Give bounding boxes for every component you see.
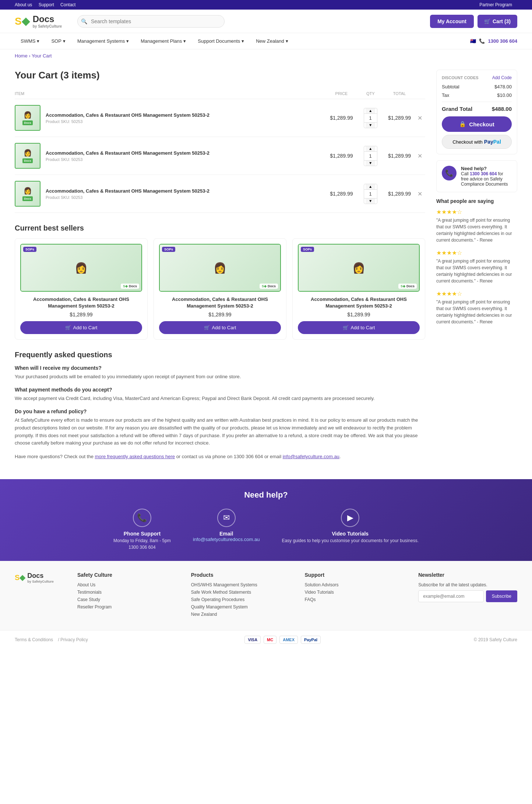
product-image: 👩 Docs: [15, 143, 40, 169]
newsletter-input: Subscribe: [418, 590, 517, 602]
email-title: Email: [193, 531, 260, 537]
qty-down-button[interactable]: ▼: [366, 161, 375, 166]
support-link[interactable]: Support: [39, 2, 54, 7]
email-link[interactable]: info@safetyculture.com.au: [283, 454, 339, 459]
remove-button[interactable]: ✕: [418, 190, 422, 197]
card-product-name: Accommodation, Cafes & Restaurant OHS Ma…: [20, 296, 142, 309]
docs-badge: S◆ Docs: [398, 284, 417, 289]
footer-link[interactable]: Solution Advisors: [305, 582, 404, 587]
qty-down-button[interactable]: ▼: [366, 123, 375, 128]
review-item: ★★★★☆ "A great jumping off point for ens…: [436, 208, 517, 243]
add-to-cart-label: Add to Cart: [351, 325, 375, 330]
top-bar-left: About us Support Contact: [15, 2, 81, 7]
cart-icon: 🛒: [484, 18, 490, 24]
qty-down-button[interactable]: ▼: [366, 199, 375, 204]
help-banner: Need help? 📞 Phone Support Monday to Fri…: [0, 479, 532, 561]
product-image: 👩 Docs: [15, 181, 40, 207]
cart-label: Cart (3): [493, 18, 511, 24]
breadcrumb-home[interactable]: Home: [15, 53, 28, 59]
about-us-link[interactable]: About us: [15, 2, 32, 7]
email-value[interactable]: info@safetyculturedocs.com.au: [193, 537, 260, 542]
video-sub: Easy guides to help you customise your d…: [282, 538, 419, 543]
faq-more: Have more questions? Check out the more …: [15, 453, 425, 461]
flag-icon: 🇦🇺: [470, 38, 476, 44]
subtotal-label: Subtotal: [442, 84, 459, 89]
breadcrumb-current: Your Cart: [32, 53, 52, 59]
footer-link[interactable]: Testimonials: [77, 590, 176, 595]
price-cell: $1,289.99: [323, 137, 360, 175]
nav-swms[interactable]: SWMS ▾: [15, 33, 45, 49]
footer-col-title: Support: [305, 572, 404, 578]
total-cell: $1,289.99: [381, 137, 418, 175]
qty-control: ▲ 1 ▼: [364, 146, 377, 166]
nav-sop[interactable]: SOP ▾: [45, 33, 71, 49]
card-product-name: Accommodation, Cafes & Restaurant OHS Ma…: [159, 296, 281, 309]
add-to-cart-button[interactable]: 🛒 Add to Cart: [159, 321, 281, 334]
qty-display: 1: [364, 151, 377, 161]
sops-badge: SOPs: [301, 247, 314, 252]
footer-col-title: Safety Culture: [77, 572, 176, 578]
privacy-link[interactable]: Privacy Policy: [60, 637, 88, 642]
footer-col-title: Newsletter: [418, 572, 517, 578]
nav-support-documents[interactable]: Support Documents ▾: [192, 33, 250, 49]
paypal-checkout-button[interactable]: Checkout with PayPal: [442, 135, 512, 149]
nav-management-plans[interactable]: Management Plans ▾: [135, 33, 192, 49]
lock-icon: 🔒: [459, 121, 466, 127]
subscribe-button[interactable]: Subscribe: [486, 590, 517, 602]
product-card-image: 👩 SOPs S◆ Docs: [159, 244, 281, 292]
footer-link[interactable]: New Zealand: [191, 612, 290, 617]
logo[interactable]: S◆ Docs by SafetyCulture: [15, 14, 70, 28]
mastercard-icon: MC: [264, 636, 276, 644]
product-sku: Product SKU: 50253: [46, 119, 209, 124]
footer-link[interactable]: Quality Management System: [191, 604, 290, 610]
faq-question: When will I receive my documents?: [15, 365, 425, 371]
contact-link[interactable]: Contact: [60, 2, 75, 7]
qty-up-button[interactable]: ▲: [366, 146, 375, 151]
footer-link[interactable]: FAQs: [305, 597, 404, 602]
product-sku: Product SKU: 50253: [46, 157, 209, 162]
footer-logo-text: Docs: [27, 572, 43, 579]
logo-sub: by SafetyCulture: [33, 24, 62, 28]
cart-button[interactable]: 🛒 Cart (3): [478, 15, 517, 28]
nav-management-systems[interactable]: Management Systems ▾: [71, 33, 135, 49]
search-input[interactable]: [77, 15, 225, 28]
footer-link[interactable]: Safe Operating Procedures: [191, 597, 290, 602]
qty-up-button[interactable]: ▲: [366, 184, 375, 189]
remove-button[interactable]: ✕: [418, 115, 422, 122]
best-sellers-title: Current best sellers: [15, 224, 425, 232]
checkout-button[interactable]: 🔒 Checkout: [442, 116, 512, 132]
page-title: Your Cart (3 items): [15, 70, 425, 81]
faq-link[interactable]: more frequently asked questions here: [95, 454, 175, 459]
grand-total-value: $488.00: [492, 106, 512, 112]
partner-program-link[interactable]: Partner Program: [479, 2, 512, 7]
nav-new-zealand[interactable]: New Zealand ▾: [250, 33, 294, 49]
footer-link[interactable]: Video Tutorials: [305, 590, 404, 595]
qty-up-button[interactable]: ▲: [366, 108, 375, 113]
card-price: $1,289.99: [20, 312, 142, 317]
phone-support-value: 1300 306 604: [113, 545, 171, 550]
add-to-cart-label: Add to Cart: [73, 325, 98, 330]
main-content: Your Cart (3 items) ITEM PRICE QTY TOTAL: [15, 70, 425, 461]
review-text: "A great jumping off point for ensuring …: [436, 258, 517, 284]
footer-link[interactable]: OHS/WHS Management Systems: [191, 582, 290, 587]
paypal-icon: PayPal: [301, 636, 321, 644]
discount-section: DISCOUNT CODES Add Code Subtotal $478.00…: [436, 70, 517, 154]
add-to-cart-button[interactable]: 🛒 Add to Cart: [298, 321, 420, 334]
footer-link[interactable]: Case Study: [77, 597, 176, 602]
reviews-section: What people are saying ★★★★☆ "A great ju…: [436, 198, 517, 325]
footer-link[interactable]: About Us: [77, 582, 176, 587]
add-to-cart-button[interactable]: 🛒 Add to Cart: [20, 321, 142, 334]
terms-link[interactable]: Terms & Conditions: [15, 637, 53, 642]
add-code-link[interactable]: Add Code: [492, 75, 512, 80]
remove-button[interactable]: ✕: [418, 152, 422, 159]
product-name: Accommodation, Cafes & Restaurant OHS Ma…: [46, 188, 209, 194]
my-account-button[interactable]: My Account: [430, 15, 474, 28]
logo-icon: S◆: [15, 15, 30, 27]
footer-link[interactable]: Reseller Program: [77, 604, 176, 610]
review-item: ★★★★☆ "A great jumping off point for ens…: [436, 290, 517, 325]
footer-link[interactable]: Safe Work Method Statements: [191, 590, 290, 595]
faq-item: When will I receive my documents? Your p…: [15, 365, 425, 381]
footer-col-0: Safety CultureAbout UsTestimonialsCase S…: [77, 572, 176, 619]
newsletter-email[interactable]: [418, 590, 483, 602]
sidebar: DISCOUNT CODES Add Code Subtotal $478.00…: [436, 70, 517, 461]
